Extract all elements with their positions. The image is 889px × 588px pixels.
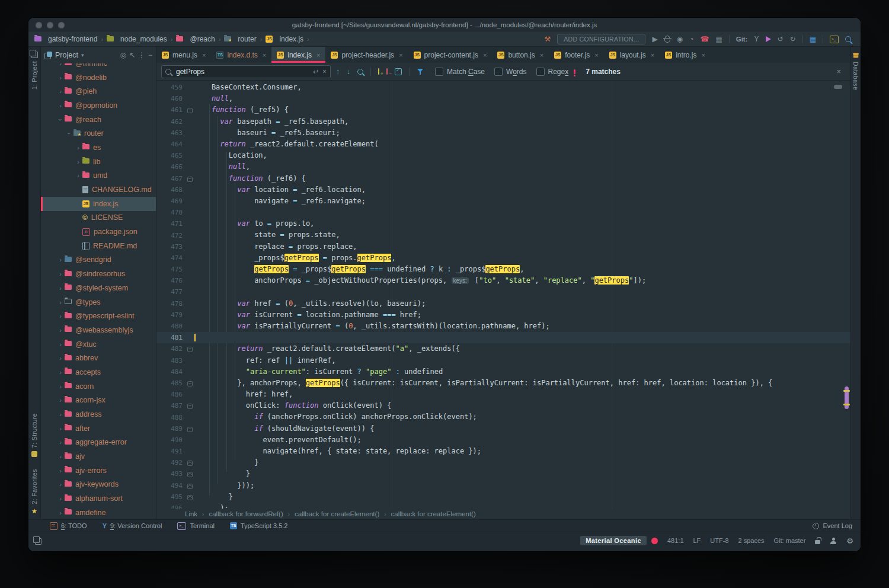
line-number[interactable]: 473 — [156, 243, 186, 251]
add-selection-icon[interactable] — [378, 68, 379, 75]
close-tab-icon[interactable]: × — [399, 52, 402, 59]
line-number[interactable]: 489 — [156, 425, 186, 433]
prev-occurrence-icon[interactable]: ↑ — [336, 68, 340, 75]
tree-item-accepts[interactable]: ›accepts — [41, 365, 156, 379]
newline-icon[interactable]: ↵ — [313, 68, 319, 75]
line-number[interactable]: 481 — [156, 334, 186, 341]
panel-options-icon[interactable]: ⋮ — [138, 51, 145, 59]
tree-item--xtuc[interactable]: ›@xtuc — [41, 337, 156, 351]
structure-grid-icon[interactable]: ▦ — [810, 36, 816, 43]
tool-button-project[interactable]: 1: Project — [28, 52, 40, 90]
close-tab-icon[interactable]: × — [263, 52, 266, 59]
line-number[interactable]: 465 — [156, 152, 186, 159]
code-line-459[interactable]: 459 BaseContext.Consumer, — [156, 82, 850, 93]
search-match-marker[interactable] — [843, 404, 850, 405]
filter-results-icon[interactable] — [417, 68, 424, 75]
chevron-icon[interactable]: › — [56, 63, 65, 67]
code-line-461[interactable]: 461 function (_ref5) { — [156, 104, 850, 116]
select-all-occurrences-icon[interactable] — [357, 69, 363, 75]
chevron-icon[interactable]: › — [56, 411, 65, 418]
code-line-477[interactable]: 477 — [156, 286, 850, 298]
tree-item-aggregate-error[interactable]: ›aggregate-error — [41, 436, 156, 450]
breadcrumb-item-router[interactable]: router — [224, 35, 256, 43]
chevron-icon[interactable]: › — [56, 74, 65, 81]
chevron-icon[interactable]: › — [56, 256, 65, 263]
code-line-489[interactable]: 489 if (shouldNavigate(event)) { — [156, 423, 850, 434]
breadcrumb-item-index-js[interactable]: JSindex.js — [266, 35, 303, 43]
line-number[interactable]: 487 — [156, 402, 186, 410]
chevron-icon[interactable]: › — [56, 341, 65, 348]
coverage-grid-icon[interactable]: ▦ — [715, 36, 722, 43]
chevron-icon[interactable]: › — [56, 425, 65, 432]
editor-breadcrumb-item[interactable]: callback for forwardRef() — [209, 510, 283, 517]
tree-item-router[interactable]: ›router — [41, 126, 156, 140]
chevron-icon[interactable]: › — [56, 453, 65, 460]
tree-item-index-js[interactable]: JSindex.js — [41, 197, 156, 211]
tree-item--sendgrid[interactable]: ›@sendgrid — [41, 253, 156, 267]
line-number[interactable]: 488 — [156, 414, 186, 421]
tool-button-database[interactable]: Database — [851, 53, 861, 90]
remove-selection-icon[interactable] — [386, 68, 388, 75]
line-number[interactable]: 485 — [156, 379, 186, 387]
code-line-468[interactable]: 468 var location = _ref6.location, — [156, 184, 850, 196]
code-line-470[interactable]: 470 — [156, 207, 850, 218]
find-option-match-c-ase[interactable]: Match Case — [435, 68, 485, 76]
tree-item-ajv-keywords[interactable]: ›ajv-keywords — [41, 478, 156, 492]
toolwindow-button-todo[interactable]: 6: TODO — [50, 522, 87, 530]
line-number[interactable]: 460 — [156, 95, 186, 103]
code-line-466[interactable]: 466 null, — [156, 161, 850, 172]
line-number[interactable]: 486 — [156, 391, 186, 398]
chevron-icon[interactable]: › — [56, 481, 65, 488]
tree-item--nodelib[interactable]: ›@nodelib — [41, 71, 156, 85]
chevron-icon[interactable]: › — [57, 116, 64, 124]
tool-window-switcher-icon[interactable] — [35, 538, 41, 545]
code-line-482[interactable]: 482 return _react2.default.createElement… — [156, 343, 850, 354]
code-line-487[interactable]: 487 onClick: function onClick(event) { — [156, 400, 850, 411]
tool-button-favorites[interactable]: 2: Favorites ★ — [28, 469, 40, 515]
find-option-w-o-rds[interactable]: Words — [494, 68, 526, 76]
fold-marker-icon[interactable] — [186, 423, 194, 434]
tree-item-readme-md[interactable]: README.md — [41, 239, 156, 253]
tab-menu-js[interactable]: JSmenu.js× — [156, 47, 211, 63]
toolwindow-button-vcs[interactable]: Y9: Version Control — [103, 522, 162, 529]
line-number[interactable]: 490 — [156, 436, 186, 444]
toolwindow-button-ts[interactable]: TSTypeScript 3.5.2 — [230, 522, 288, 529]
hector-inspections-icon[interactable] — [830, 538, 837, 544]
close-tab-icon[interactable]: × — [594, 52, 598, 59]
line-number[interactable]: 463 — [156, 129, 186, 137]
select-all-matches-icon[interactable] — [395, 68, 402, 75]
code-line-473[interactable]: 473 replace = props.replace, — [156, 241, 850, 253]
line-number[interactable]: 474 — [156, 254, 186, 262]
fold-marker-icon[interactable] — [186, 400, 194, 411]
fold-marker-icon[interactable] — [186, 343, 194, 354]
toolwindow-button-terminal[interactable]: Terminal — [177, 522, 215, 530]
chevron-icon[interactable]: › — [56, 312, 65, 319]
chevron-icon[interactable]: › — [74, 144, 82, 151]
line-number[interactable]: 483 — [156, 357, 186, 365]
git-push-icon[interactable] — [766, 36, 771, 42]
code-line-486[interactable]: 486 href: href, — [156, 389, 850, 400]
fold-marker-icon[interactable] — [186, 491, 194, 503]
code-line-469[interactable]: 469 navigate = _ref6.navigate; — [156, 196, 850, 207]
line-number[interactable]: 471 — [156, 220, 186, 228]
file-encoding[interactable]: UTF-8 — [710, 537, 728, 544]
caret-position[interactable]: 481:1 — [667, 537, 684, 544]
line-ending[interactable]: LF — [693, 537, 701, 544]
close-tab-icon[interactable]: × — [651, 52, 654, 59]
tree-item-address[interactable]: ›address — [41, 407, 156, 421]
run-with-coverage-icon[interactable]: ◉ — [677, 36, 683, 43]
line-number[interactable]: 478 — [156, 300, 186, 308]
tree-item--mrmlnc[interactable]: ›@mrmlnc — [41, 63, 156, 71]
hide-panel-icon[interactable]: − — [148, 51, 152, 59]
line-number[interactable]: 469 — [156, 197, 186, 205]
code-editor[interactable]: 459 BaseContext.Consumer,460 null,461 fu… — [156, 81, 850, 509]
tree-item-ajv-errors[interactable]: ›ajv-errors — [41, 464, 156, 478]
tree-item-after[interactable]: ›after — [41, 421, 156, 436]
git-branch[interactable]: Git: master — [774, 537, 806, 544]
line-number[interactable]: 477 — [156, 288, 186, 296]
checkbox-icon[interactable] — [536, 68, 545, 76]
tree-item-abbrev[interactable]: ›abbrev — [41, 351, 156, 365]
code-line-491[interactable]: 491 navigate(href, { state: state, repla… — [156, 446, 850, 457]
code-line-494[interactable]: 494 })); — [156, 480, 850, 491]
line-number[interactable]: 476 — [156, 277, 186, 285]
